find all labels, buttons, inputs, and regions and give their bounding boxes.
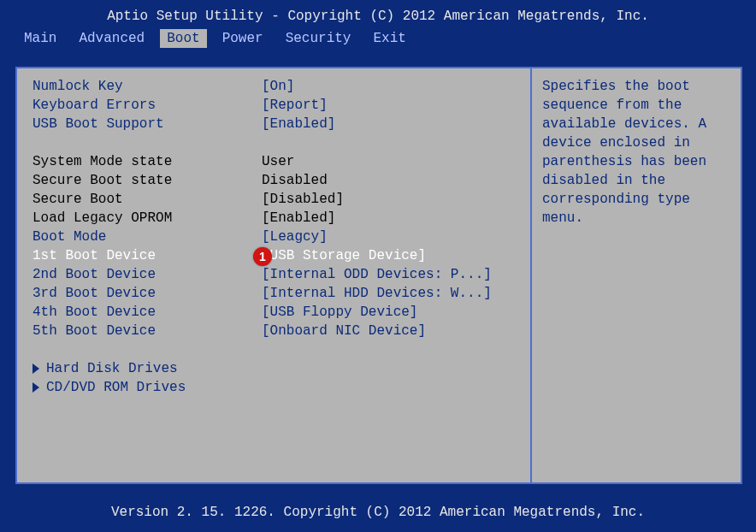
setting-keyboard-errors-label: Keyboard Errors: [32, 96, 262, 115]
setting-4th-boot-device-label: 4th Boot Device: [32, 303, 262, 322]
info-secure-boot-state-label: Secure Boot state: [32, 171, 262, 190]
menu-bar: MainAdvancedBootPowerSecurityExit: [0, 27, 756, 50]
settings-pane: Numlock Key[On]Keyboard Errors[Report]US…: [17, 68, 527, 482]
setting-boot-mode[interactable]: Boot Mode[Leagcy]: [32, 228, 527, 246]
setting-5th-boot-device[interactable]: 5th Boot Device[Onboard NIC Device]: [32, 322, 527, 340]
info-system-mode-state-label: System Mode state: [32, 152, 262, 171]
submenu-cd-dvd-rom-drives[interactable]: CD/DVD ROM Drives: [32, 378, 527, 397]
spacer: [32, 133, 527, 152]
setting-1st-boot-device-label: 1st Boot Device: [32, 246, 262, 265]
setting-numlock-key-value: [On]: [262, 77, 527, 96]
setting-numlock-key-label: Numlock Key: [32, 77, 262, 96]
submenu-hard-disk-drives-label: Hard Disk Drives: [46, 361, 178, 376]
bios-footer: Version 2. 15. 1226. Copyright (C) 2012 …: [0, 505, 756, 520]
setting-usb-boot-support[interactable]: USB Boot Support[Enabled]: [32, 115, 527, 133]
setting-4th-boot-device[interactable]: 4th Boot Device[USB Floppy Device]: [32, 303, 527, 322]
setting-boot-mode-value: [Leagcy]: [262, 228, 527, 246]
bios-screen: Aptio Setup Utility - Copyright (C) 2012…: [0, 0, 756, 532]
setting-4th-boot-device-value: [USB Floppy Device]: [262, 303, 527, 322]
setting-1st-boot-device[interactable]: 1st Boot Device[USB Storage Device]: [32, 246, 527, 265]
setting-usb-boot-support-value: [Enabled]: [262, 115, 527, 133]
setting-2nd-boot-device[interactable]: 2nd Boot Device[Internal ODD Devices: P.…: [32, 265, 527, 284]
submenu-cd-dvd-rom-drives-label: CD/DVD ROM Drives: [46, 380, 186, 395]
spacer-value: [262, 133, 527, 152]
help-pane: Specifies the boot sequence from the ava…: [530, 68, 741, 482]
setting-keyboard-errors[interactable]: Keyboard Errors[Report]: [32, 96, 527, 115]
setting-5th-boot-device-value: [Onboard NIC Device]: [262, 322, 527, 340]
menu-tab-advanced[interactable]: Advanced: [72, 29, 151, 48]
info-load-legacy-oprom-label: Load Legacy OPROM: [32, 209, 262, 228]
menu-tab-security[interactable]: Security: [279, 29, 358, 48]
setting-1st-boot-device-value: [USB Storage Device]: [262, 246, 527, 265]
setting-2nd-boot-device-label: 2nd Boot Device: [32, 265, 262, 284]
annotation-marker-1: 1: [253, 247, 272, 266]
bios-title: Aptio Setup Utility - Copyright (C) 2012…: [0, 0, 756, 27]
submenu-arrow-icon: [32, 364, 39, 374]
submenu-hard-disk-drives[interactable]: Hard Disk Drives: [32, 359, 527, 378]
spacer: [32, 340, 527, 359]
setting-3rd-boot-device[interactable]: 3rd Boot Device[Internal HDD Devices: W.…: [32, 284, 527, 303]
info-secure-boot-state: Secure Boot stateDisabled: [32, 171, 527, 190]
setting-keyboard-errors-value: [Report]: [262, 96, 527, 115]
setting-2nd-boot-device-value: [Internal ODD Devices: P...]: [262, 265, 527, 284]
info-load-legacy-oprom: Load Legacy OPROM[Enabled]: [32, 209, 527, 228]
menu-tab-main[interactable]: Main: [17, 29, 63, 48]
info-secure-boot: Secure Boot[Disabled]: [32, 190, 527, 209]
menu-tab-boot[interactable]: Boot: [160, 29, 206, 48]
info-secure-boot-label: Secure Boot: [32, 190, 262, 209]
submenu-arrow-icon: [32, 382, 39, 393]
setting-numlock-key[interactable]: Numlock Key[On]: [32, 77, 527, 96]
info-system-mode-state: System Mode stateUser: [32, 152, 527, 171]
info-secure-boot-value: [Disabled]: [262, 190, 527, 209]
annotation-marker-label: 1: [259, 250, 266, 263]
setting-3rd-boot-device-label: 3rd Boot Device: [32, 284, 262, 303]
help-text: Specifies the boot sequence from the ava…: [542, 77, 732, 228]
setting-3rd-boot-device-value: [Internal HDD Devices: W...]: [262, 284, 527, 303]
info-system-mode-state-value: User: [262, 152, 527, 171]
setting-boot-mode-label: Boot Mode: [32, 228, 262, 246]
info-load-legacy-oprom-value: [Enabled]: [262, 209, 527, 228]
menu-tab-power[interactable]: Power: [216, 29, 270, 48]
setting-usb-boot-support-label: USB Boot Support: [32, 115, 262, 133]
content-panel: Numlock Key[On]Keyboard Errors[Report]US…: [15, 67, 742, 484]
setting-5th-boot-device-label: 5th Boot Device: [32, 322, 262, 340]
menu-tab-exit[interactable]: Exit: [366, 29, 412, 48]
spacer-label: [32, 133, 262, 152]
info-secure-boot-state-value: Disabled: [262, 171, 527, 190]
